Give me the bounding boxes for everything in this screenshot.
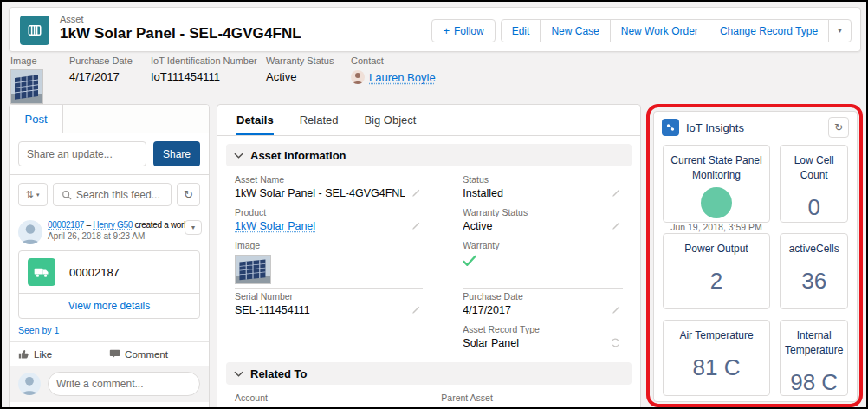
field-product: Product 1kW Solar Panel xyxy=(235,204,423,237)
plus-icon: + xyxy=(443,25,450,36)
feed-avatar[interactable] xyxy=(18,220,42,244)
feed-item-headline: 00002187 – Henry G50 created a work orde… xyxy=(48,220,185,230)
comment-bubble-icon xyxy=(109,348,120,360)
tile-value: 36 xyxy=(785,268,843,295)
edit-pencil-icon[interactable] xyxy=(411,305,421,315)
tab-details[interactable]: Details xyxy=(236,105,274,135)
edit-pencil-icon[interactable] xyxy=(611,188,621,198)
work-order-link[interactable]: 00002187 xyxy=(48,220,84,230)
field-label: Warranty Status xyxy=(463,207,606,218)
change-record-type-icon[interactable] xyxy=(610,337,621,348)
tile-air-temperature: Air Temperature 81 C xyxy=(663,320,770,396)
section-asset-information[interactable]: Asset Information xyxy=(226,144,632,166)
highlight-field-warranty-status: Warranty Status Active xyxy=(266,55,334,83)
product-link[interactable]: 1kW Solar Panel xyxy=(235,219,405,233)
feed-actions-row: Like Comment xyxy=(10,341,209,366)
tile-active-cells: activeCells 36 xyxy=(780,233,848,309)
field-label: Product xyxy=(235,207,405,218)
edit-pencil-icon[interactable] xyxy=(611,305,621,315)
thumbs-up-icon xyxy=(18,348,29,360)
field-label: Parent Asset xyxy=(441,393,606,404)
field-status: Status Installed xyxy=(463,172,623,204)
feed-publisher: Share an update... Share xyxy=(10,133,209,174)
share-update-placeholder: Share an update... xyxy=(27,148,113,160)
comment-placeholder: Write a comment... xyxy=(56,378,143,390)
field-warranty: Warranty xyxy=(463,237,623,289)
empty-cell xyxy=(235,321,423,354)
comment-composer: Write a comment... xyxy=(10,366,209,402)
feed-sort-button[interactable]: ⇅ ▼ xyxy=(18,183,48,206)
feed-action-text: created a work order. xyxy=(134,220,185,230)
work-order-card: 00002187 View more details xyxy=(18,250,200,319)
contact-link[interactable]: Lauren Boyle xyxy=(369,71,436,84)
author-link[interactable]: Henry G50 xyxy=(93,220,133,230)
person-icon xyxy=(18,373,41,395)
field-value: Solar Panel xyxy=(463,336,606,350)
view-more-details-link[interactable]: View more details xyxy=(19,293,199,318)
feed-search-input[interactable]: Search this feed... xyxy=(53,183,172,206)
edit-pencil-icon[interactable] xyxy=(611,221,621,231)
tile-low-cell-count: Low Cell Count 0 xyxy=(780,145,848,223)
comment-button[interactable]: Comment xyxy=(109,348,168,360)
tile-title: Low Cell Count xyxy=(785,153,843,183)
field-label: Image xyxy=(10,55,43,66)
follow-label: Follow xyxy=(454,25,484,37)
asset-information-fields: Asset Name 1kW Solar Panel - SEL-4GVG4FN… xyxy=(217,172,640,354)
tile-title: Current State Panel Monitoring xyxy=(668,153,765,183)
tile-title: activeCells xyxy=(785,242,843,256)
refresh-icon: ↻ xyxy=(834,121,843,133)
section-related-to[interactable]: Related To xyxy=(226,362,632,385)
field-value: 4/17/2017 xyxy=(69,70,133,83)
tab-post[interactable]: Post xyxy=(10,105,63,133)
section-title: Asset Information xyxy=(250,149,347,162)
like-button[interactable]: Like xyxy=(18,348,52,360)
tile-timestamp: Jun 19, 2018, 3:59 PM xyxy=(668,221,765,233)
share-update-input[interactable]: Share an update... xyxy=(18,141,146,166)
tab-related[interactable]: Related xyxy=(300,105,339,135)
feed-panel: Post Share an update... Share ⇅ ▼ Search… xyxy=(9,104,210,409)
field-label: Status xyxy=(463,174,606,185)
separator: – xyxy=(87,220,91,230)
field-value: 1kW Solar Panel - SEL-4GVG4FNL xyxy=(235,186,405,200)
feed-search-placeholder: Search this feed... xyxy=(76,189,160,201)
change-record-type-button[interactable]: Change Record Type xyxy=(709,19,829,42)
comment-label: Comment xyxy=(125,349,168,360)
field-label: IoT Identification Number xyxy=(151,55,257,66)
field-label: Warranty xyxy=(463,240,606,251)
solar-panel-thumbnail[interactable] xyxy=(235,255,271,284)
edit-pencil-icon[interactable] xyxy=(411,221,421,231)
highlight-field-image: Image xyxy=(10,55,43,104)
page-title: 1kW Solar Panel - SEL-4GVG4FNL xyxy=(60,25,301,42)
field-image: Image xyxy=(235,237,423,289)
asset-object-icon xyxy=(20,16,49,45)
account-link[interactable]: Newtown Farms xyxy=(235,405,384,409)
follow-button[interactable]: + Follow xyxy=(431,19,495,42)
share-button[interactable]: Share xyxy=(153,141,200,166)
record-detail-panel: Details Related Big Object Asset Informa… xyxy=(217,104,641,409)
tile-power-output: Power Output 2 xyxy=(663,233,770,309)
feed-item-date[interactable]: April 26, 2018 at 9:23 AM xyxy=(48,231,185,241)
entity-label: Asset xyxy=(60,14,84,24)
edit-pencil-icon[interactable] xyxy=(411,188,421,198)
current-user-avatar xyxy=(18,373,41,395)
tile-value: 0 xyxy=(785,194,843,221)
refresh-icon: ↻ xyxy=(184,188,193,201)
solar-panel-thumbnail[interactable] xyxy=(10,69,43,104)
highlight-field-purchase-date: Purchase Date 4/17/2017 xyxy=(69,55,133,83)
tile-value: 2 xyxy=(668,268,765,295)
iot-insights-title: IoT Insights xyxy=(686,121,744,134)
more-actions-button[interactable]: ▼ xyxy=(828,19,852,42)
tile-title: Internal Temperature xyxy=(785,328,843,358)
tab-big-object[interactable]: Big Object xyxy=(364,105,416,135)
feed-item-menu-button[interactable]: ▼ xyxy=(185,220,202,235)
field-label: Purchase Date xyxy=(463,291,606,302)
tile-title: Power Output xyxy=(668,242,765,256)
new-work-order-button[interactable]: New Work Order xyxy=(610,19,709,42)
seen-by-link[interactable]: Seen by 1 xyxy=(18,325,200,335)
iot-refresh-button[interactable]: ↻ xyxy=(828,117,849,138)
feed-refresh-button[interactable]: ↻ xyxy=(177,183,200,206)
field-value: Lauren Boyle xyxy=(351,70,436,84)
write-comment-input[interactable]: Write a comment... xyxy=(48,372,200,396)
new-case-button[interactable]: New Case xyxy=(540,19,610,42)
edit-button[interactable]: Edit xyxy=(501,19,541,42)
